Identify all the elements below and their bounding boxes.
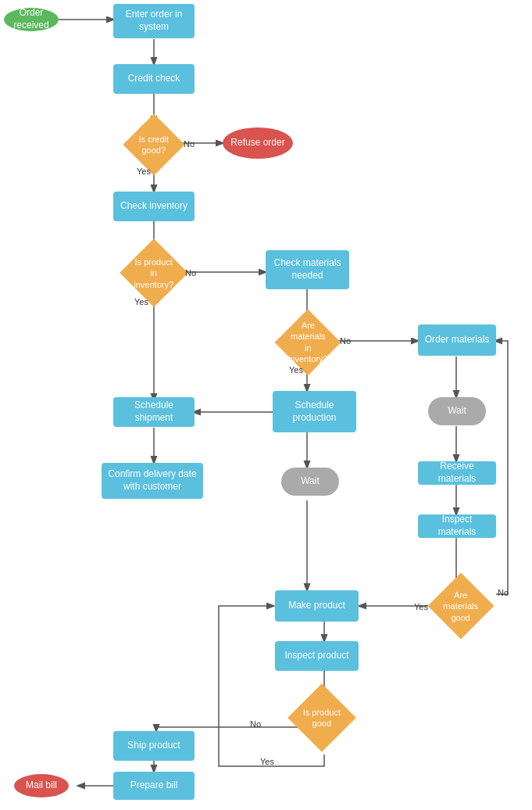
refuse-order-node: Refuse order [223,127,293,159]
enter-order-node: Enter order in system [113,4,195,38]
are-materials-good-node: Are materials good [428,582,494,629]
inventory-yes-label: Yes [134,297,148,306]
product-good-no-label: No [250,719,261,729]
order-materials-node: Order materials [418,324,496,356]
credit-no-label: No [184,139,195,149]
mat-good-no-label: No [498,588,509,597]
schedule-production-node: Schedule production [273,391,356,432]
credit-check-node: Credit check [113,64,195,94]
confirm-delivery-node: Confirm delivery date with customer [102,463,203,499]
mat-good-yes-label: Yes [414,602,428,611]
credit-yes-label: Yes [137,167,151,176]
ship-product-node: Ship product [113,731,195,761]
make-product-node: Make product [275,590,359,622]
receive-materials-node: Receive materials [418,461,496,485]
order-received-node: Order received [4,8,59,31]
schedule-shipment-node: Schedule shipment [113,397,195,427]
check-inventory-node: Check inventory [113,192,195,221]
are-materials-in-inventory-node: Are materials in inventory? [275,319,341,366]
check-materials-node: Check materials needed [266,250,349,289]
inspect-product-node: Inspect product [275,641,359,671]
mat-inventory-yes-label: Yes [289,365,303,375]
inventory-no-label: No [185,268,196,278]
wait1-node: Wait [428,397,486,425]
is-product-good-node: Is product good [289,694,355,741]
flowchart: Order received Enter order in system Cre… [0,0,532,810]
is-product-in-inventory-node: Is product in inventory? [116,249,192,297]
mail-bill-node: Mail bill [14,774,69,797]
mat-inventory-no-label: No [340,336,351,346]
is-credit-good-node: Is credit good? [121,123,187,167]
prepare-bill-node: Prepare bill [113,772,195,800]
wait2-node: Wait [281,468,339,496]
product-good-yes-label: Yes [260,757,274,766]
inspect-materials-node: Inspect materials [418,514,496,538]
